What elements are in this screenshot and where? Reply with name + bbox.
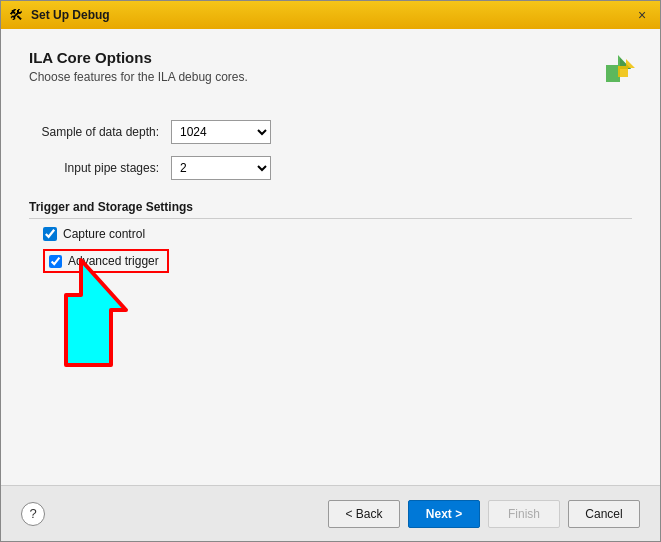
capture-control-row: Capture control (43, 227, 632, 241)
footer-buttons: < Back Next > Finish Cancel (328, 500, 640, 528)
trigger-section-title: Trigger and Storage Settings (29, 200, 632, 219)
sample-depth-label: Sample of data depth: (29, 125, 159, 139)
sample-depth-row: Sample of data depth: 256 512 1024 2048 … (29, 120, 632, 144)
help-button[interactable]: ? (21, 502, 45, 526)
pipe-stages-select[interactable]: 0 1 2 3 4 (171, 156, 271, 180)
footer: ? < Back Next > Finish Cancel (1, 485, 660, 541)
title-bar-icon: 🛠 (9, 7, 25, 23)
form-area: Sample of data depth: 256 512 1024 2048 … (29, 120, 632, 180)
svg-marker-3 (66, 260, 126, 365)
page-header: ILA Core Options Choose features for the… (29, 49, 632, 84)
advanced-trigger-container: Advanced trigger (43, 249, 169, 273)
finish-button: Finish (488, 500, 560, 528)
back-button[interactable]: < Back (328, 500, 400, 528)
main-content: ILA Core Options Choose features for the… (1, 29, 660, 485)
sample-depth-select[interactable]: 256 512 1024 2048 4096 8192 (171, 120, 271, 144)
page-title: ILA Core Options (29, 49, 632, 66)
capture-control-checkbox[interactable] (43, 227, 57, 241)
title-bar: 🛠 Set Up Debug × (1, 1, 660, 29)
page-subtitle: Choose features for the ILA debug cores. (29, 70, 632, 84)
trigger-section-header: Trigger and Storage Settings (29, 200, 632, 219)
capture-control-label[interactable]: Capture control (63, 227, 145, 241)
checkboxes-area: Capture control Advanced trigger (29, 227, 632, 273)
close-button[interactable]: × (632, 5, 652, 25)
pipe-stages-row: Input pipe stages: 0 1 2 3 4 (29, 156, 632, 180)
footer-left: ? (21, 502, 45, 526)
advanced-trigger-label[interactable]: Advanced trigger (68, 254, 159, 268)
pipe-stages-label: Input pipe stages: (29, 161, 159, 175)
next-button[interactable]: Next > (408, 500, 480, 528)
title-bar-title: Set Up Debug (31, 8, 626, 22)
logo (596, 47, 636, 87)
main-window: 🛠 Set Up Debug × ILA Core Options Choose… (0, 0, 661, 542)
advanced-trigger-checkbox[interactable] (49, 255, 62, 268)
cancel-button[interactable]: Cancel (568, 500, 640, 528)
